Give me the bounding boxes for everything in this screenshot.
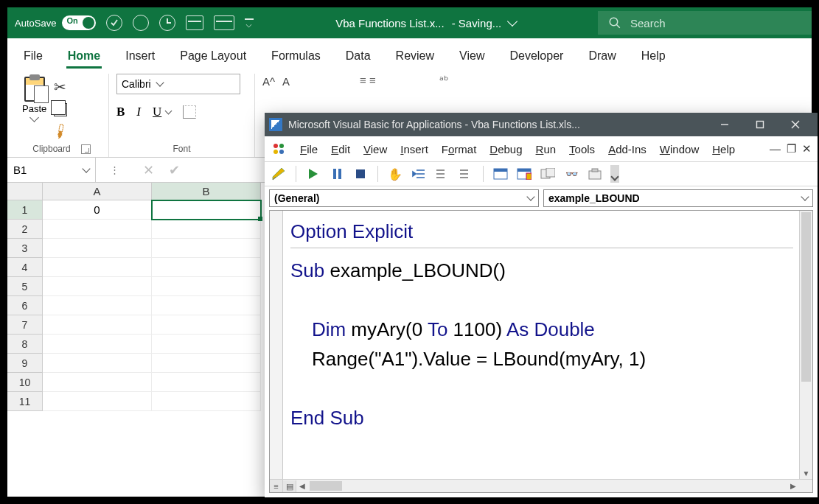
toolbar-overflow[interactable] <box>610 165 619 183</box>
menu-addins[interactable]: Add-Ins <box>608 143 647 155</box>
autosave-toggle[interactable]: On <box>62 15 96 30</box>
search-box[interactable]: Search <box>598 11 812 35</box>
tab-review[interactable]: Review <box>396 49 434 69</box>
tab-draw[interactable]: Draw <box>588 49 616 69</box>
procedure-combo[interactable]: example_LBOUND <box>543 189 813 207</box>
reset-icon[interactable] <box>352 166 369 182</box>
tab-developer[interactable]: Developer <box>509 49 563 69</box>
run-icon[interactable] <box>305 166 321 182</box>
scroll-thumb[interactable] <box>801 212 811 382</box>
break-icon[interactable] <box>329 166 345 182</box>
code-pane[interactable]: Option Explicit Sub example_LBOUND() Dim… <box>269 210 813 493</box>
borders-button[interactable] <box>183 105 196 119</box>
comment-icon[interactable] <box>458 166 474 182</box>
row-header[interactable]: 11 <box>7 392 43 411</box>
qat-chart-icon[interactable] <box>214 15 234 30</box>
cell[interactable] <box>43 220 152 239</box>
font-name-combo[interactable]: Calibri <box>116 74 240 94</box>
tab-home[interactable]: Home <box>68 49 100 69</box>
tab-help[interactable]: Help <box>641 49 666 69</box>
row-header[interactable]: 2 <box>7 220 43 239</box>
menu-tools[interactable]: Tools <box>569 143 595 155</box>
name-box-resize[interactable]: ⋮ <box>96 158 133 182</box>
cell[interactable] <box>152 335 261 354</box>
scroll-right-icon[interactable]: ▶ <box>787 480 799 492</box>
mdi-minimize-icon[interactable]: — <box>770 142 781 155</box>
vbe-system-icon[interactable] <box>271 141 287 157</box>
title-dropdown-icon[interactable] <box>507 16 517 27</box>
horizontal-scrollbar[interactable]: ≡▤ ◀ ▶ <box>270 479 812 492</box>
minimize-button[interactable] <box>707 113 742 136</box>
col-header-b[interactable]: B <box>152 183 261 200</box>
cell[interactable] <box>43 392 152 411</box>
cell[interactable] <box>152 220 261 239</box>
menu-window[interactable]: Window <box>660 143 699 155</box>
maximize-button[interactable] <box>742 113 778 136</box>
indent-icon[interactable] <box>434 166 450 182</box>
bold-button[interactable]: B <box>116 105 125 119</box>
project-explorer-icon[interactable] <box>492 166 509 182</box>
outdent-icon[interactable] <box>411 166 427 182</box>
cell[interactable] <box>43 239 152 258</box>
chevron-down-icon[interactable] <box>165 108 172 115</box>
scroll-thumb[interactable] <box>310 481 342 491</box>
row-header[interactable]: 3 <box>7 239 43 258</box>
cell[interactable] <box>43 373 152 392</box>
menu-insert[interactable]: Insert <box>400 143 428 155</box>
menu-format[interactable]: Format <box>442 143 477 155</box>
tab-page-layout[interactable]: Page Layout <box>180 49 246 69</box>
row-header[interactable]: 4 <box>7 258 43 277</box>
properties-icon[interactable] <box>516 166 532 182</box>
tab-file[interactable]: File <box>24 49 43 69</box>
name-box[interactable]: B1 <box>7 158 96 182</box>
row-header[interactable]: 5 <box>7 277 43 296</box>
qat-table-icon[interactable] <box>186 15 203 30</box>
cell-a1[interactable]: 0 <box>43 200 152 220</box>
enter-formula-icon[interactable]: ✔ <box>169 162 180 178</box>
cell[interactable] <box>152 296 261 315</box>
row-header[interactable]: 8 <box>7 335 43 354</box>
mdi-close-icon[interactable]: ✕ <box>802 142 812 155</box>
row-header[interactable]: 1 <box>7 200 43 220</box>
find-icon[interactable]: 👓 <box>563 166 579 182</box>
tab-formulas[interactable]: Formulas <box>271 49 321 69</box>
copy-icon[interactable] <box>54 103 67 116</box>
vbe-window[interactable]: Microsoft Visual Basic for Applications … <box>265 113 818 497</box>
cell[interactable] <box>152 373 261 392</box>
row-header[interactable]: 9 <box>7 354 43 373</box>
procedure-view-icon[interactable]: ≡ <box>270 480 283 493</box>
object-combo[interactable]: (General) <box>269 189 539 207</box>
vbe-titlebar[interactable]: Microsoft Visual Basic for Applications … <box>265 113 818 136</box>
qat-customize-dropdown[interactable] <box>245 18 254 27</box>
close-button[interactable] <box>778 113 813 136</box>
cell-b1[interactable] <box>152 200 261 220</box>
qat-circle-icon[interactable] <box>133 15 149 31</box>
underline-button[interactable]: U <box>153 105 161 119</box>
full-module-view-icon[interactable]: ▤ <box>283 480 296 494</box>
clipboard-launcher[interactable] <box>81 144 91 154</box>
menu-debug[interactable]: Debug <box>489 143 522 155</box>
cell[interactable] <box>152 239 261 258</box>
cut-icon[interactable]: ✂ <box>54 78 67 96</box>
tab-view[interactable]: View <box>459 49 484 69</box>
cell[interactable] <box>152 315 261 335</box>
hand-icon[interactable]: ✋ <box>387 166 403 182</box>
cell[interactable] <box>43 258 152 277</box>
select-all-corner[interactable] <box>7 183 43 200</box>
italic-button[interactable]: I <box>136 105 141 119</box>
scroll-left-icon[interactable]: ◀ <box>296 480 308 492</box>
tab-insert[interactable]: Insert <box>125 49 155 69</box>
code-text[interactable]: Option Explicit Sub example_LBOUND() Dim… <box>285 211 799 479</box>
format-painter-icon[interactable]: 🖌 <box>51 122 71 142</box>
row-header[interactable]: 6 <box>7 296 43 315</box>
menu-view[interactable]: View <box>363 143 387 155</box>
cell[interactable] <box>152 258 261 277</box>
cell[interactable] <box>43 354 152 373</box>
cell[interactable] <box>43 277 152 296</box>
menu-help[interactable]: Help <box>712 143 735 155</box>
cell[interactable] <box>152 354 261 373</box>
col-header-a[interactable]: A <box>43 183 152 200</box>
row-header[interactable]: 10 <box>7 373 43 392</box>
menu-file[interactable]: File <box>300 143 318 155</box>
menu-run[interactable]: Run <box>536 143 557 155</box>
